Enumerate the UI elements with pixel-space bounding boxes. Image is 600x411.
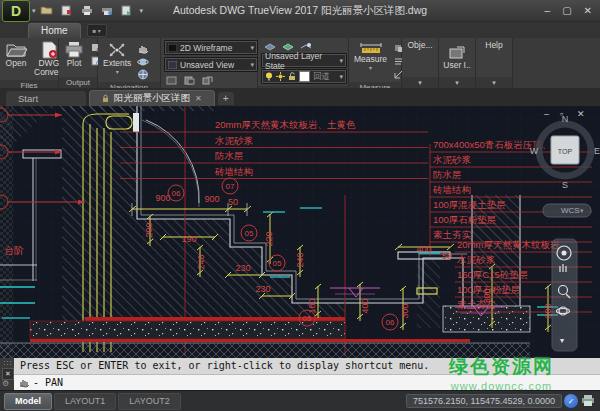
panel-user-interface-expand-icon[interactable]: ▾ — [439, 77, 475, 88]
panel-label-measure[interactable]: Measure — [349, 82, 401, 88]
drawing-close-icon[interactable]: ✕ — [577, 109, 585, 119]
pan-icon[interactable] — [136, 42, 150, 54]
measure-button[interactable]: Measure▾ — [352, 40, 389, 74]
drawing-canvas[interactable]: 20mm厚天然黄木纹板岩、土黄色水泥砂浆防水层砖墙结构 700x400x50青石… — [0, 106, 600, 358]
cad-annotation: 水泥砂浆 — [214, 135, 254, 146]
tab-layout1[interactable]: LAYOUT1 — [54, 393, 116, 410]
tab-layout2[interactable]: LAYOUT2 — [118, 393, 180, 410]
navigation-bar[interactable]: ▾ — [552, 239, 577, 351]
dimension-value: 240 — [295, 252, 305, 267]
maximize-button[interactable]: ▢ — [562, 5, 571, 16]
close-button[interactable]: ✕ — [584, 5, 592, 16]
cad-annotation: 防水层 — [215, 150, 244, 161]
view-manager-icon[interactable] — [200, 74, 214, 86]
panel-navigation: Extents▾ Navigation — [98, 38, 161, 88]
command-history-line: Press ESC or ENTER to exit, or right-cli… — [14, 358, 600, 375]
drawing-minimize-icon[interactable]: – — [544, 109, 549, 119]
zoom-extents-button[interactable]: Extents▾ — [101, 40, 133, 78]
panel-help: Help ▾ — [476, 38, 513, 88]
command-input-line[interactable]: - PAN — [14, 375, 600, 391]
wcs-dropdown[interactable]: WCS ▾ — [543, 204, 591, 217]
plot-button[interactable]: Plot — [62, 40, 86, 69]
view-state-icon — [168, 61, 177, 69]
viewport-config-icon[interactable] — [164, 74, 178, 86]
command-customize-icon[interactable]: ⚙ — [2, 379, 9, 388]
cad-annotation: 150厚C15砼垫层 — [457, 269, 528, 280]
panel-objects-title[interactable]: Obje... — [407, 40, 432, 50]
dimension-value: 190 — [181, 234, 196, 244]
panel-measure: Measure▾ Measure — [349, 38, 402, 88]
new-tab-button[interactable]: + — [218, 92, 234, 105]
cad-annotation: 20mm厚天然黄木纹板岩 — [457, 239, 560, 250]
print-icon[interactable] — [80, 5, 94, 17]
tab-drawing[interactable]: 阳光丽景小区详图 ✕ — [89, 90, 215, 106]
publish-icon[interactable] — [120, 5, 134, 17]
viewcube-east[interactable]: E — [594, 146, 600, 156]
ribbon-tab-row: Home ■ ▾ — [0, 22, 600, 38]
panel-objects-expand-icon[interactable]: ▾ — [402, 77, 438, 88]
dimension-value: 50 — [442, 251, 452, 261]
panel-label-output[interactable]: Output — [59, 77, 97, 88]
callout-number: 05 — [303, 314, 312, 323]
panel-help-expand-icon[interactable]: ▾ — [476, 77, 512, 88]
layer-state-dropdown[interactable]: Unsaved Layer State▾ — [261, 53, 347, 68]
application-menu-caret-icon[interactable]: ▾ — [32, 7, 36, 15]
panel-user-interface-title[interactable]: User I.. — [443, 60, 470, 70]
tab-close-icon[interactable]: ✕ — [195, 94, 202, 103]
quick-access-toolbar: ▾ — [40, 5, 144, 17]
panel-files: Open DWG Convert Files — [0, 38, 59, 88]
dimension-value: 240 — [196, 254, 206, 269]
qat-dropdown-icon[interactable]: ▾ — [140, 7, 144, 15]
command-gutter: ✕ ⚙ — [0, 358, 14, 390]
viewcube-north[interactable]: N — [562, 114, 569, 124]
plot-status-icon[interactable] — [580, 394, 596, 408]
panel-view: 2D Wireframe▾ Unsaved View▾ View — [161, 38, 258, 88]
drawing-viewport[interactable]: 20mm厚天然黄木纹板岩、土黄色水泥砂浆防水层砖墙结构 700x400x50青石… — [0, 106, 600, 358]
tab-home[interactable]: Home — [28, 23, 81, 38]
cad-annotation: 20mm厚天然黄木纹板岩、土黄色 — [215, 119, 356, 130]
annotation-monitor-icon[interactable]: ✓ — [564, 394, 578, 408]
status-bar: Model LAYOUT1 LAYOUT2 751576.2150, 11547… — [0, 390, 600, 411]
cad-annotation: 100厚石粉垫层 — [433, 214, 496, 225]
ribbon-options-icon[interactable]: ■ ▾ — [87, 24, 107, 37]
cad-annotation: 防水层 — [433, 169, 462, 180]
dimension-value: 400 — [360, 298, 370, 313]
application-menu-button[interactable]: D — [2, 0, 30, 22]
command-drag-grip[interactable] — [3, 360, 11, 366]
dimension-value: 50 — [228, 197, 238, 207]
batch-plot-icon[interactable] — [100, 5, 114, 17]
visual-style-dropdown[interactable]: 2D Wireframe▾ — [164, 40, 258, 55]
navbar-more-icon[interactable]: ▾ — [560, 336, 564, 345]
open-button[interactable]: Open — [3, 40, 29, 69]
viewcube-top-face[interactable]: TOP — [558, 148, 573, 155]
dwg-convert-icon[interactable] — [60, 5, 74, 17]
dimension-value: 230 — [235, 263, 250, 273]
open-icon[interactable] — [40, 5, 54, 17]
steering-wheel-icon[interactable] — [136, 68, 150, 80]
cad-annotation: 水泥砂浆 — [432, 154, 472, 165]
viewcube-south[interactable]: S — [562, 180, 568, 190]
minimize-button[interactable]: – — [545, 5, 551, 16]
tab-model[interactable]: Model — [4, 393, 52, 410]
orbit-icon[interactable] — [136, 55, 150, 67]
wcs-caret-icon: ▾ — [580, 207, 584, 214]
dimension-value: 200 — [144, 222, 154, 237]
panel-label-layers[interactable]: Layers — [258, 86, 348, 88]
tab-start[interactable]: Start — [6, 91, 86, 106]
dwg-convert-doc-icon — [39, 41, 59, 59]
panel-label-files[interactable]: Files — [0, 80, 58, 88]
pan-cursor-icon — [18, 377, 29, 388]
command-line-area: ✕ ⚙ Press ESC or ENTER to exit, or right… — [0, 358, 600, 390]
panel-output: Plot Output — [59, 38, 98, 88]
named-views-icon[interactable] — [182, 74, 196, 86]
cad-annotation: 100厚混凝土垫层 — [433, 199, 506, 210]
viewcube-west[interactable]: W — [530, 146, 539, 156]
view-state-dropdown[interactable]: Unsaved View▾ — [164, 57, 258, 72]
callout-number: 06 — [386, 318, 395, 327]
layer-dropdown[interactable]: 回道 ▾ — [261, 69, 347, 84]
cad-annotation: 水泥砂浆 — [456, 254, 496, 265]
open-folder-icon — [5, 41, 27, 59]
panel-label-navigation[interactable]: Navigation — [98, 82, 160, 88]
panel-help-title[interactable]: Help — [485, 40, 502, 50]
layer-name: 回道 — [313, 71, 330, 83]
